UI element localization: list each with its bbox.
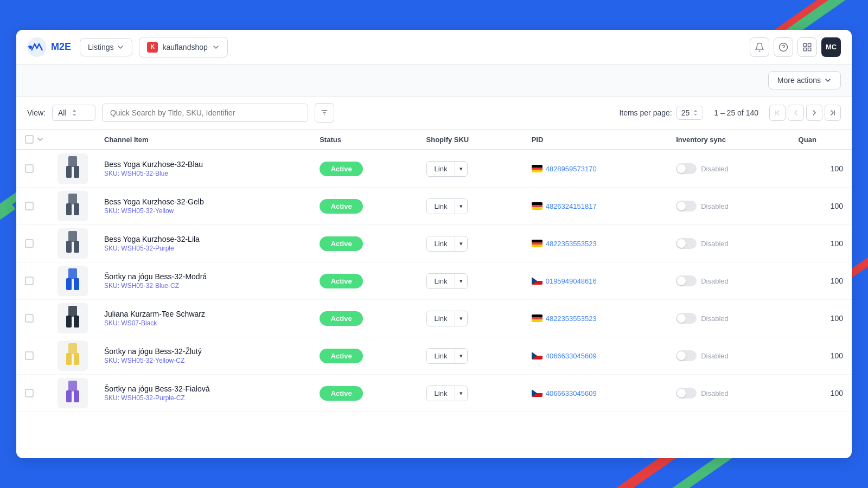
row-checkbox-4[interactable]	[25, 277, 34, 285]
row-checkbox-6[interactable]	[25, 351, 34, 360]
pid-cell-6: 4066633045609	[523, 337, 667, 375]
table-container: Channel Item Status Shopify SKU PID Inve…	[16, 130, 852, 458]
user-avatar[interactable]: MC	[821, 37, 841, 57]
more-actions-button[interactable]: More actions	[768, 71, 841, 89]
notification-button[interactable]	[750, 37, 769, 57]
row-checkbox-3[interactable]	[25, 239, 34, 248]
row-checkbox-5[interactable]	[25, 314, 34, 323]
link-button-6[interactable]: Link ▾	[426, 348, 468, 364]
link-button-7[interactable]: Link ▾	[426, 386, 468, 401]
flag-1	[532, 165, 542, 172]
link-arrow-2[interactable]: ▾	[455, 200, 467, 213]
pagination-last-button[interactable]	[825, 105, 841, 121]
row-checkbox-1[interactable]	[25, 164, 34, 173]
listings-chevron-icon	[117, 43, 124, 51]
col-quantity: Quan	[790, 130, 852, 150]
pid-link-2[interactable]: 4826324151817	[546, 202, 597, 210]
page-size-spinners-icon	[693, 109, 698, 117]
inventory-sync-cell-2: Disabled	[667, 188, 789, 225]
store-dropdown[interactable]: K kauflandshop	[139, 37, 227, 57]
inventory-sync-cell-3: Disabled	[667, 225, 789, 262]
toggle-thumb-5	[677, 314, 686, 323]
link-main-1[interactable]: Link	[427, 162, 456, 176]
link-button-5[interactable]: Link ▾	[426, 311, 468, 326]
next-page-icon	[810, 109, 818, 117]
pagination-first-button[interactable]	[769, 105, 786, 121]
row-checkbox-2[interactable]	[25, 202, 34, 210]
filter-button[interactable]	[315, 103, 334, 123]
product-sku-1: SKU: WSH05-32-Blue	[104, 170, 302, 177]
link-arrow-1[interactable]: ▾	[455, 162, 467, 176]
pid-link-4[interactable]: 0195949048616	[546, 277, 597, 285]
select-all-checkbox[interactable]	[25, 135, 34, 144]
items-per-page-label: Items per page:	[619, 108, 672, 117]
product-sku-7: SKU: WSH05-32-Purple-CZ	[104, 394, 302, 402]
product-sku-5: SKU: WS07-Black	[104, 319, 302, 327]
pid-link-3[interactable]: 4822353553523	[546, 240, 597, 248]
link-button-2[interactable]: Link ▾	[426, 198, 468, 214]
row-checkbox-7[interactable]	[25, 389, 34, 397]
link-arrow-4[interactable]: ▾	[455, 274, 467, 288]
grid-button[interactable]	[797, 37, 817, 57]
inventory-toggle-6[interactable]	[676, 350, 697, 361]
link-arrow-6[interactable]: ▾	[455, 349, 467, 363]
toggle-thumb-7	[677, 389, 686, 397]
view-select[interactable]: All	[52, 105, 95, 121]
status-badge-5: Active	[320, 311, 363, 326]
link-main-2[interactable]: Link	[427, 199, 456, 214]
pid-link-6[interactable]: 4066633045609	[546, 352, 597, 360]
svg-rect-17	[66, 203, 72, 215]
link-main-4[interactable]: Link	[427, 274, 456, 288]
navbar: M2E Listings K kauflandshop	[16, 30, 852, 65]
link-button-4[interactable]: Link ▾	[426, 273, 468, 289]
inventory-sync-cell-7: Disabled	[667, 375, 789, 412]
inventory-sync-label-3: Disabled	[701, 240, 729, 248]
inventory-toggle-2[interactable]	[676, 201, 697, 211]
link-button-3[interactable]: Link ▾	[426, 236, 468, 252]
pid-link-7[interactable]: 4066633045609	[546, 389, 597, 397]
shopify-sku-cell-6: Link ▾	[418, 337, 523, 375]
link-main-6[interactable]: Link	[427, 349, 456, 363]
svg-rect-16	[68, 194, 77, 204]
link-arrow-3[interactable]: ▾	[455, 237, 467, 251]
pid-cell-1: 4828959573170	[523, 150, 667, 188]
svg-rect-4	[803, 43, 806, 46]
table-row: Šortky na jógu Bess-32-Žlutý SKU: WSH05-…	[16, 337, 852, 375]
page-size-selector[interactable]: 25	[676, 106, 704, 120]
pagination-next-button[interactable]	[806, 105, 822, 121]
link-button-1[interactable]: Link ▾	[426, 161, 468, 177]
link-main-7[interactable]: Link	[427, 386, 456, 401]
inventory-toggle-7[interactable]	[676, 388, 697, 399]
help-button[interactable]	[774, 37, 793, 57]
product-image-4	[58, 266, 88, 296]
col-shopify-sku: Shopify SKU	[418, 130, 523, 150]
inventory-sync-label-6: Disabled	[701, 352, 729, 360]
link-main-5[interactable]: Link	[427, 311, 456, 326]
pagination-prev-button[interactable]	[788, 105, 804, 121]
table-row: Šortky na jógu Bess-32-Modrá SKU: WSH05-…	[16, 262, 852, 300]
inventory-toggle-1[interactable]	[676, 163, 697, 174]
header-dropdown-icon[interactable]	[37, 136, 43, 143]
toggle-thumb-1	[677, 164, 686, 173]
shopify-sku-cell-7: Link ▾	[418, 375, 523, 412]
inventory-toggle-4[interactable]	[676, 275, 697, 286]
link-arrow-5[interactable]: ▾	[455, 312, 467, 325]
link-arrow-7[interactable]: ▾	[455, 387, 467, 400]
inventory-toggle-3[interactable]	[676, 238, 697, 249]
svg-rect-31	[68, 381, 77, 391]
product-info-5: Juliana Kurzarm-Tee Schwarz SKU: WS07-Bl…	[95, 300, 311, 337]
pid-link-1[interactable]: 4828959573170	[546, 165, 597, 173]
search-input[interactable]	[102, 104, 308, 122]
inventory-sync-cell-6: Disabled	[667, 337, 789, 375]
shopify-sku-cell-3: Link ▾	[418, 225, 523, 262]
inventory-toggle-5[interactable]	[676, 313, 697, 324]
svg-rect-29	[66, 353, 72, 365]
shopify-sku-cell-1: Link ▾	[418, 150, 523, 188]
listings-dropdown[interactable]: Listings	[80, 38, 132, 56]
link-main-3[interactable]: Link	[427, 236, 456, 251]
pid-link-5[interactable]: 4822353553523	[546, 314, 597, 323]
col-channel-item: Channel Item	[95, 130, 311, 150]
inventory-sync-label-1: Disabled	[701, 165, 729, 173]
product-name-2: Bess Yoga Kurzhose-32-Gelb	[104, 197, 302, 206]
col-inventory-sync: Inventory sync	[667, 130, 789, 150]
